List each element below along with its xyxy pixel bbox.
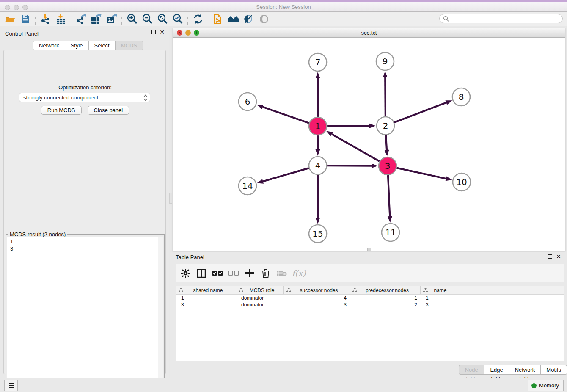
edge-arrowhead <box>383 71 388 77</box>
edge-arrowhead <box>326 131 333 136</box>
node-14[interactable]: 14 <box>239 177 256 195</box>
panel-divider-handle[interactable] <box>169 193 172 204</box>
node-8[interactable]: 8 <box>452 88 470 106</box>
list-icon <box>8 383 14 389</box>
result-scrollbar[interactable] <box>158 237 163 392</box>
zoom-fit-icon[interactable] <box>155 13 170 25</box>
mcds-result-group: MCDS result (2 nodes) 13 <box>6 234 165 392</box>
table-cell: 1 <box>176 295 236 301</box>
edge-2-8[interactable] <box>394 102 446 122</box>
memory-button[interactable]: Memory <box>528 380 564 391</box>
main-toolbar <box>0 12 567 26</box>
node-label: 15 <box>312 229 323 239</box>
edge-1-6[interactable] <box>263 107 309 123</box>
status-bar: Memory <box>0 378 567 392</box>
table-cell: 2 <box>350 301 421 308</box>
edge-3-11[interactable] <box>388 175 390 216</box>
tab-mcds[interactable]: MCDS <box>116 41 143 50</box>
node-label: 7 <box>315 57 321 67</box>
network-resize-handle[interactable] <box>367 248 371 251</box>
columns-icon[interactable] <box>195 267 207 279</box>
task-history-button[interactable] <box>4 380 18 391</box>
edge-1-2[interactable] <box>327 126 369 126</box>
column-header-shared-name[interactable]: shared name <box>176 286 236 294</box>
node-label: 4 <box>315 160 321 171</box>
copy-network-icon[interactable] <box>211 13 226 25</box>
edge-3-1[interactable] <box>332 134 380 161</box>
import-table-icon[interactable] <box>53 13 69 25</box>
export-network-icon[interactable] <box>74 13 89 25</box>
toolbar-separator <box>187 14 188 25</box>
column-header-name[interactable]: name <box>421 286 456 294</box>
edge-4-3[interactable] <box>327 166 372 166</box>
toolbar-separator <box>208 14 209 25</box>
tab-network[interactable]: Network <box>33 41 65 50</box>
column-header-predecessor-nodes[interactable]: predecessor nodes <box>350 286 421 294</box>
close-table-panel-icon[interactable]: ✕ <box>556 254 561 259</box>
control-panel-title: Control Panel <box>5 30 39 37</box>
table-cell: 3 <box>284 301 350 308</box>
criterion-dropdown[interactable]: strongly connected component <box>19 93 150 102</box>
edge-arrowhead <box>316 149 320 156</box>
open-file-icon[interactable] <box>3 13 18 25</box>
float-table-panel-icon[interactable] <box>548 254 552 259</box>
node-label: 14 <box>242 181 253 191</box>
export-image-icon[interactable] <box>104 13 119 25</box>
hide-panels-icon[interactable] <box>241 13 256 25</box>
node-2[interactable]: 2 <box>377 117 394 135</box>
node-10[interactable]: 10 <box>453 173 471 191</box>
edge-arrowhead <box>369 124 376 128</box>
import-network-icon[interactable] <box>38 13 53 25</box>
node-table[interactable]: shared nameMCDS rolesuccessor nodesprede… <box>176 286 564 361</box>
tab-node-table[interactable]: Node Table <box>459 365 484 375</box>
node-9[interactable]: 9 <box>376 52 394 70</box>
edge-2-3[interactable] <box>386 135 387 150</box>
network-canvas[interactable]: 7968124314101511 <box>173 38 565 251</box>
node-7[interactable]: 7 <box>309 53 327 71</box>
tab-edge-table[interactable]: Edge Table <box>484 365 509 375</box>
optimization-criterion-label: Optimization criterion: <box>4 84 166 91</box>
table-panel-tabs: Node TableEdge TableNetwork TableMotifs <box>459 365 567 375</box>
close-panel-icon[interactable]: ✕ <box>160 30 165 34</box>
table-cell: dominator <box>236 301 284 308</box>
column-header-MCDS-role[interactable]: MCDS role <box>236 286 284 294</box>
window-title: Session: New Session <box>0 4 567 10</box>
edge-arrowhead <box>446 100 452 105</box>
deselect-all-icon[interactable] <box>228 267 239 279</box>
node-1[interactable]: 1 <box>309 117 327 135</box>
table-row[interactable]: 1dominator411 <box>176 295 564 301</box>
zoom-selected-icon[interactable] <box>170 13 185 25</box>
node-11[interactable]: 11 <box>382 224 399 241</box>
node-15[interactable]: 15 <box>309 225 327 243</box>
close-panel-button[interactable]: Close panel <box>88 106 129 115</box>
refresh-icon[interactable] <box>190 13 206 25</box>
node-6[interactable]: 6 <box>239 93 256 110</box>
add-icon[interactable] <box>244 267 256 279</box>
tab-style[interactable]: Style <box>65 41 89 50</box>
zoom-out-icon[interactable] <box>140 13 155 25</box>
search-input[interactable] <box>439 14 563 23</box>
edge-2-9[interactable] <box>385 77 385 116</box>
node-4[interactable]: 4 <box>309 157 327 174</box>
export-table-icon[interactable] <box>89 13 104 25</box>
edge-arrowhead <box>388 216 392 223</box>
run-mcds-button[interactable]: Run MCDS <box>41 106 82 115</box>
select-all-icon[interactable] <box>212 267 223 279</box>
home-icon[interactable] <box>226 13 241 25</box>
table-row[interactable]: 3dominator323 <box>176 301 564 308</box>
tab-motifs[interactable]: Motifs <box>541 365 567 375</box>
zoom-in-icon[interactable] <box>124 13 140 25</box>
tab-select[interactable]: Select <box>89 41 116 50</box>
delete-icon[interactable] <box>260 267 272 279</box>
edge-3-10[interactable] <box>396 168 446 179</box>
gear-icon[interactable] <box>179 267 191 279</box>
node-3[interactable]: 3 <box>379 157 396 175</box>
float-panel-icon[interactable] <box>151 30 156 34</box>
column-header-successor-nodes[interactable]: successor nodes <box>284 286 350 294</box>
save-session-icon[interactable] <box>18 13 33 25</box>
tab-network-table[interactable]: Network Table <box>509 365 541 375</box>
table-panel: Table Panel ✕ f(x) shared nameMCDS roles… <box>170 252 567 378</box>
edge-4-14[interactable] <box>263 168 309 181</box>
mcds-result-text[interactable]: 13 <box>7 237 163 392</box>
network-window-titlebar[interactable]: × − + scc.txt <box>173 28 565 38</box>
